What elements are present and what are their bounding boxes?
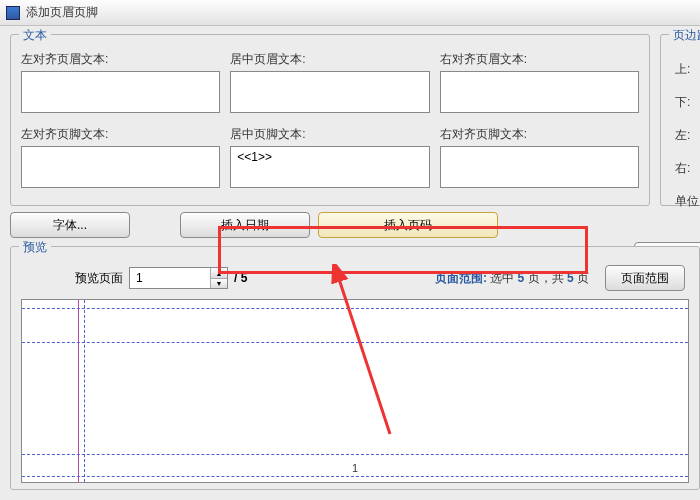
insert-page-button[interactable]: 插入页码	[318, 212, 498, 238]
footer-center-label: 居中页脚文本:	[230, 126, 429, 143]
preview-page-total: / 5	[234, 271, 247, 285]
guide-footer	[22, 454, 688, 455]
titlebar: 添加页眉页脚	[0, 0, 700, 26]
header-center-label: 居中页眉文本:	[230, 51, 429, 68]
margin-unit-label: 单位:	[675, 193, 700, 210]
margin-bottom-label: 下:	[675, 94, 700, 111]
window-title: 添加页眉页脚	[26, 4, 98, 21]
footer-left-label: 左对齐页脚文本:	[21, 126, 220, 143]
page-range-button[interactable]: 页面范围	[605, 265, 685, 291]
guide-header	[22, 342, 688, 343]
page-preview-canvas: 1	[21, 299, 689, 483]
insert-date-button[interactable]: 插入日期	[180, 212, 310, 238]
preview-group: 预览 预览页面 ▲ ▼ / 5 页面范围: 选中 5 页，共 5 页 页面范围	[10, 246, 700, 490]
font-button[interactable]: 字体...	[10, 212, 130, 238]
preview-page-spinner[interactable]: ▲ ▼	[129, 267, 228, 289]
header-center-input[interactable]	[230, 71, 429, 113]
margin-group: 页边距 上: 下: 左: 右: 单位:	[660, 34, 700, 206]
preview-page-number: 1	[352, 462, 358, 474]
margin-left-label: 左:	[675, 127, 700, 144]
margin-group-title: 页边距	[669, 27, 700, 44]
footer-right-label: 右对齐页脚文本:	[440, 126, 639, 143]
page-range-text: 页面范围: 选中 5 页，共 5 页	[435, 270, 589, 287]
footer-center-input[interactable]: <<1>>	[230, 146, 429, 188]
header-right-label: 右对齐页眉文本:	[440, 51, 639, 68]
guide-bottom	[22, 476, 688, 477]
spinner-down-icon[interactable]: ▼	[211, 278, 227, 288]
margin-top-label: 上:	[675, 61, 700, 78]
preview-page-input[interactable]	[130, 268, 210, 288]
app-icon	[6, 6, 20, 20]
preview-page-label: 预览页面	[75, 270, 123, 287]
preview-group-title: 预览	[19, 239, 51, 256]
footer-left-input[interactable]	[21, 146, 220, 188]
text-group: 文本 左对齐页眉文本: 居中页眉文本: 右对齐页眉文本: 左对齐页脚文本: 居中…	[10, 34, 650, 206]
header-left-label: 左对齐页眉文本:	[21, 51, 220, 68]
text-group-title: 文本	[19, 27, 51, 44]
header-left-input[interactable]	[21, 71, 220, 113]
spinner-up-icon[interactable]: ▲	[211, 268, 227, 278]
margin-right-label: 右:	[675, 160, 700, 177]
footer-right-input[interactable]	[440, 146, 639, 188]
dialog-body: 文本 左对齐页眉文本: 居中页眉文本: 右对齐页眉文本: 左对齐页脚文本: 居中…	[0, 26, 700, 500]
header-right-input[interactable]	[440, 71, 639, 113]
button-row: 字体... 插入日期 插入页码 页码和日期	[10, 212, 690, 238]
guide-top	[22, 308, 688, 309]
